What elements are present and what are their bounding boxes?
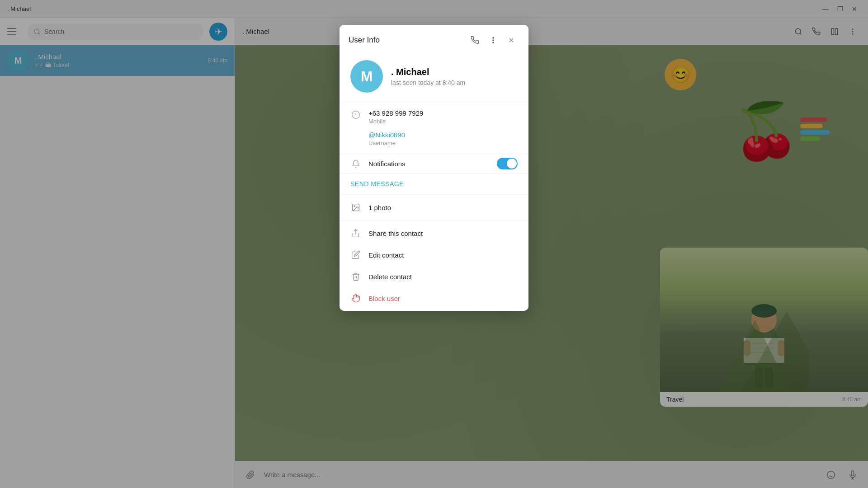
photo-row[interactable]: 1 photo [340,197,528,218]
app-shell: . Michael — ❐ ✕ ✈ [0,0,868,488]
modal-overlay[interactable]: User Info M [0,0,868,488]
edit-contact-row[interactable]: Edit contact [340,244,528,266]
edit-contact-label: Edit contact [368,251,404,259]
svg-point-27 [493,38,494,38]
svg-point-28 [493,40,494,41]
call-user-button[interactable] [467,32,483,48]
profile-status: last seen today at 8:40 am [391,79,518,86]
phone-content: +63 928 999 7929 Mobile [368,109,518,125]
phone-info-row: +63 928 999 7929 Mobile [350,109,518,125]
panel-title: User Info [349,36,467,45]
username-info-row: @Nikki0890 Username [350,131,518,146]
close-icon [508,37,515,44]
user-info-panel: User Info M [340,25,528,311]
edit-icon-container [350,250,361,259]
panel-header-actions [467,32,519,48]
trash-icon-container [350,272,361,281]
edit-icon [351,250,360,259]
send-message-button[interactable]: SEND MESSAGE [350,180,404,188]
photo-icon-container [350,203,361,212]
image-icon [351,203,360,212]
share-icon [351,229,360,238]
bell-icon-container [350,160,361,169]
profile-avatar: M [350,60,383,93]
phone-label: Mobile [368,118,518,125]
phone-icon [471,36,479,44]
trash-icon [351,272,360,281]
actions-section: Share this contact Edit contact Delete c… [340,221,528,311]
send-message-section: SEND MESSAGE [340,174,528,195]
profile-section: M . Michael last seen today at 8:40 am [340,56,528,102]
delete-contact-label: Delete contact [368,273,412,281]
info-section: +63 928 999 7929 Mobile @Nikki0890 Usern… [340,102,528,154]
more-vertical-icon [489,36,497,44]
username-value[interactable]: @Nikki0890 [368,131,518,139]
share-contact-row[interactable]: Share this contact [340,222,528,244]
svg-point-29 [493,42,494,43]
profile-name: . Michael [391,67,518,77]
block-user-label: Block user [368,295,400,302]
info-circle-icon [351,110,360,119]
more-options-panel-button[interactable] [485,32,501,48]
notifications-toggle[interactable] [497,158,518,169]
share-icon-container [350,229,361,238]
username-label: Username [368,140,518,146]
delete-contact-row[interactable]: Delete contact [340,266,528,287]
info-icon [350,110,361,119]
photo-section: 1 photo [340,195,528,221]
username-content: @Nikki0890 Username [368,131,518,146]
panel-header: User Info [340,25,528,56]
profile-info: . Michael last seen today at 8:40 am [391,67,518,86]
photo-count-label: 1 photo [368,204,391,211]
close-panel-button[interactable] [503,32,519,48]
block-icon-container [350,294,361,303]
block-hand-icon [351,294,360,303]
svg-point-36 [354,206,355,207]
share-contact-label: Share this contact [368,230,423,237]
bell-icon [351,160,360,169]
notifications-section: Notifications [340,154,528,174]
notifications-label: Notifications [368,160,490,168]
phone-number: +63 928 999 7929 [368,109,518,117]
block-user-row[interactable]: Block user [340,287,528,309]
